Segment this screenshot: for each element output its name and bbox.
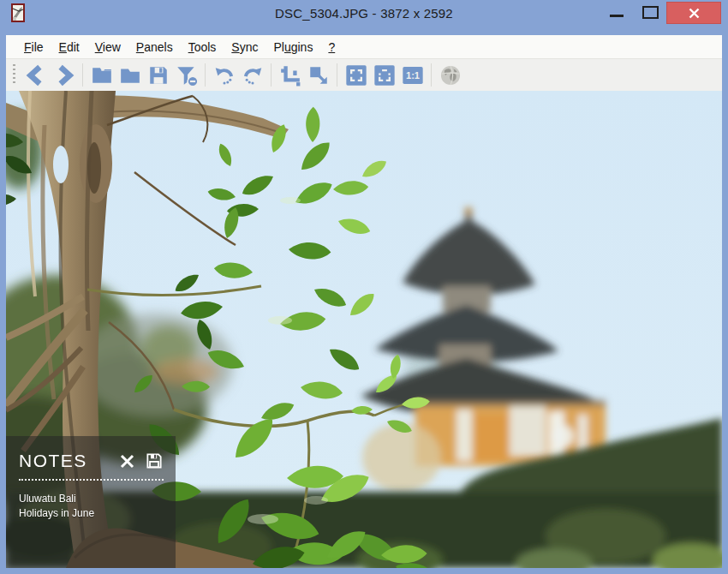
toolbar-separator [271, 63, 272, 87]
menu-sync[interactable]: Sync [224, 37, 266, 57]
menubar: File Edit View Panels Tools Sync Plugins… [6, 35, 722, 58]
toolbar-separator [205, 63, 206, 87]
notes-panel-title: NOTES [19, 451, 87, 471]
zoom-to-fit-button[interactable] [342, 62, 370, 88]
crop-button[interactable] [276, 62, 304, 88]
zoom-100-button[interactable]: 1:1 [398, 62, 427, 88]
rotate-cw-icon [241, 64, 265, 87]
folder-icon [119, 64, 141, 87]
fit-screen-icon [344, 63, 368, 87]
toolbar-separator [82, 63, 83, 87]
toolbar-separator [431, 63, 432, 87]
close-notes-button[interactable] [120, 454, 134, 469]
minimize-button[interactable] [610, 15, 624, 17]
open-folder-icon [91, 64, 113, 87]
menu-edit[interactable]: Edit [51, 37, 87, 57]
globe-icon [439, 63, 462, 87]
previous-file-button[interactable] [21, 62, 50, 88]
notes-panel: NOTES Uluwatu Bali Holidays in June [6, 436, 176, 568]
open-directory-button[interactable] [116, 62, 144, 88]
menu-tools[interactable]: Tools [181, 37, 224, 57]
frame-filled-icon [373, 63, 397, 87]
image-canvas[interactable]: NOTES Uluwatu Bali Holidays in June [6, 91, 722, 568]
menu-view[interactable]: View [87, 37, 128, 57]
rotate-cw-button[interactable] [238, 62, 266, 88]
rotate-ccw-button[interactable] [210, 62, 238, 88]
toolbar: 1:1 [6, 58, 722, 91]
menu-help[interactable]: ? [320, 37, 343, 57]
map-button[interactable] [436, 62, 464, 88]
save-button[interactable] [144, 62, 172, 88]
close-icon [689, 8, 700, 19]
next-file-button[interactable] [50, 62, 78, 88]
fit-frame-button[interactable] [370, 62, 398, 88]
chevron-left-icon [25, 64, 47, 87]
one-to-one-icon: 1:1 [401, 63, 425, 87]
resize-arrow-icon [307, 64, 331, 87]
open-file-button[interactable] [87, 62, 116, 88]
menu-file[interactable]: File [16, 37, 51, 57]
svg-text:1:1: 1:1 [405, 70, 419, 81]
toolbar-separator [337, 63, 337, 87]
titlebar: DSC_5304.JPG - 3872 x 2592 [0, 0, 728, 35]
save-note-button[interactable] [146, 453, 162, 469]
chevron-right-icon [53, 64, 75, 87]
close-button[interactable] [666, 2, 721, 24]
crop-icon [278, 64, 302, 87]
funnel-minus-icon [175, 64, 199, 87]
menu-panels[interactable]: Panels [128, 37, 181, 57]
menu-plugins[interactable]: Plugins [266, 37, 320, 57]
resize-button[interactable] [304, 62, 332, 88]
toolbar-grip[interactable] [13, 64, 15, 86]
floppy-disk-icon [147, 64, 170, 87]
notes-text[interactable]: Uluwatu Bali Holidays in June [19, 492, 164, 522]
notes-dotted-divider [19, 479, 164, 481]
maximize-button[interactable] [642, 6, 659, 19]
filter-button[interactable] [172, 62, 200, 88]
rotate-ccw-icon [212, 64, 236, 87]
